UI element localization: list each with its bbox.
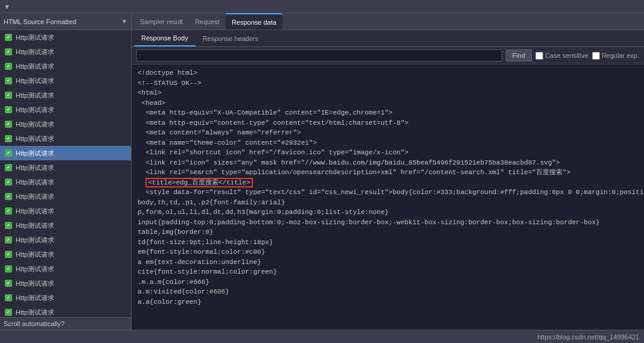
shield-check-icon xyxy=(5,106,12,113)
list-item-label: Http测试请求 xyxy=(16,308,54,317)
regex-checkbox[interactable] xyxy=(592,52,600,60)
status-bar: https://blog.csdn.net/qq_14996421 xyxy=(0,330,644,343)
list-item[interactable]: Http测试请求 xyxy=(0,218,131,233)
search-input[interactable] xyxy=(136,49,502,61)
list-item-label: Http测试请求 xyxy=(16,163,54,172)
tab-response-data[interactable]: Response data xyxy=(226,13,282,30)
shield-check-icon xyxy=(5,34,12,41)
list-item[interactable]: Http测试请求 xyxy=(0,160,131,175)
main-layout: HTML Source Formatted ▼ Http测试请求Http测试请求… xyxy=(0,13,644,330)
list-item-icon xyxy=(4,250,13,259)
tab2-response-body[interactable]: Response Body xyxy=(134,30,196,46)
list-item[interactable]: Http测试请求 xyxy=(0,204,131,218)
code-line: <meta name="theme-color" content="#2932e… xyxy=(138,138,638,148)
code-line: <link rel="icon" sizes="any" mask href="… xyxy=(138,158,638,168)
list-item[interactable]: Http测试请求 xyxy=(0,45,131,59)
case-sensitive-group: Case sensitive xyxy=(535,52,588,60)
code-line: <meta http-equiv="content-type" content=… xyxy=(138,118,638,128)
find-button[interactable]: Find xyxy=(506,49,532,61)
tab2-response-headers[interactable]: Response headers xyxy=(196,30,266,46)
regex-group: Regular exp. xyxy=(592,52,639,60)
highlighted-title-element: <title>edg_百度搜索</title> xyxy=(145,178,252,187)
left-header-title: HTML Source Formatted xyxy=(4,18,121,25)
code-line: <!doctype html> xyxy=(138,68,638,78)
list-item[interactable]: Http测试请求 xyxy=(0,131,131,146)
list-item-icon xyxy=(4,278,13,288)
list-item[interactable]: Http测试请求 xyxy=(0,59,131,74)
list-item-label: Http测试请求 xyxy=(16,207,54,216)
code-line: <link rel="search" type="application/ope… xyxy=(138,168,638,178)
list-item-label: Http测试请求 xyxy=(16,149,54,158)
list-item[interactable]: Http测试请求 xyxy=(0,146,131,160)
list-item-icon xyxy=(4,90,13,100)
left-list: Http测试请求Http测试请求Http测试请求Http测试请求Http测试请求… xyxy=(0,30,131,317)
list-item[interactable]: Http测试请求 xyxy=(0,117,131,131)
list-item-label: Http测试请求 xyxy=(16,221,54,230)
shield-check-icon xyxy=(5,135,12,142)
list-item[interactable]: Http测试请求 xyxy=(0,189,131,204)
list-item-icon xyxy=(4,61,13,71)
list-item-icon xyxy=(4,264,13,274)
list-item-icon xyxy=(4,76,13,86)
list-item[interactable]: Http测试请求 xyxy=(0,305,131,317)
shield-check-icon xyxy=(5,207,12,215)
shield-check-icon xyxy=(5,236,12,244)
list-item-label: Http测试请求 xyxy=(16,279,54,288)
code-line: a em{text-decoration:underline} xyxy=(138,257,638,268)
list-item-label: Http测试请求 xyxy=(16,77,54,86)
list-item-icon xyxy=(4,206,13,216)
shield-check-icon xyxy=(5,164,12,171)
code-line: body,th,td,.p1,.p2{font-family:arial} xyxy=(138,198,638,208)
tab-sampler-result[interactable]: Sampler result xyxy=(134,13,189,30)
shield-check-icon xyxy=(5,149,12,157)
code-line: <head> xyxy=(138,98,638,109)
dropdown-arrow-icon[interactable]: ▼ xyxy=(121,18,127,25)
list-item-icon xyxy=(4,293,13,303)
shield-check-icon xyxy=(5,48,12,55)
code-line: table,img{border:0} xyxy=(138,227,638,238)
list-item[interactable]: Http测试请求 xyxy=(0,88,131,102)
list-item-label: Http测试请求 xyxy=(16,178,54,187)
list-item[interactable]: Http测试请求 xyxy=(0,247,131,262)
shield-check-icon xyxy=(5,63,12,70)
code-line: cite{font-style:normal;color:green} xyxy=(138,267,638,277)
list-item[interactable]: Http测试请求 xyxy=(0,175,131,189)
list-item[interactable]: Http测试请求 xyxy=(0,276,131,291)
case-sensitive-checkbox[interactable] xyxy=(535,52,543,60)
code-line: td{font-size:9pt;line-height:18px} xyxy=(138,238,638,248)
left-header: HTML Source Formatted ▼ xyxy=(0,13,131,30)
shield-check-icon xyxy=(5,178,12,186)
tab-request[interactable]: Request xyxy=(189,13,226,30)
code-line: a.a{color:green} xyxy=(138,297,638,307)
list-item[interactable]: Http测试请求 xyxy=(0,262,131,276)
list-item-icon xyxy=(4,221,13,230)
shield-check-icon xyxy=(5,280,12,287)
content-area: <!doctype html><!--STATUS OK--><html> <h… xyxy=(132,65,644,330)
list-item-icon xyxy=(4,163,13,172)
list-item[interactable]: Http测试请求 xyxy=(0,233,131,247)
shield-check-icon xyxy=(5,193,12,200)
code-line: <title>edg_百度搜索</title> xyxy=(138,178,638,188)
list-item-icon xyxy=(4,177,13,187)
list-item-label: Http测试请求 xyxy=(16,33,54,42)
code-line: p,form,ol,ul,li,dl,dt,dd,h3{margin:0;pad… xyxy=(138,207,638,218)
list-item-label: Http测试请求 xyxy=(16,91,54,100)
list-item[interactable]: Http测试请求 xyxy=(0,74,131,88)
shield-check-icon xyxy=(5,309,12,316)
shield-check-icon xyxy=(5,121,12,128)
list-item[interactable]: Http测试请求 xyxy=(0,102,131,117)
right-panel: Sampler resultRequestResponse data Respo… xyxy=(132,13,644,330)
list-item-label: Http测试请求 xyxy=(16,250,54,259)
status-url: https://blog.csdn.net/qq_14996421 xyxy=(537,333,639,341)
left-panel: HTML Source Formatted ▼ Http测试请求Http测试请求… xyxy=(0,13,132,330)
shield-check-icon xyxy=(5,294,12,301)
shield-check-icon xyxy=(5,265,12,272)
shield-check-icon xyxy=(5,251,12,258)
code-line: <style data-for="result" type="text/css"… xyxy=(138,187,638,198)
tabs-row1: Sampler resultRequestResponse data xyxy=(132,13,644,30)
list-item[interactable]: Http测试请求 xyxy=(0,30,131,45)
list-item[interactable]: Http测试请求 xyxy=(0,291,131,305)
list-item-icon xyxy=(4,235,13,245)
scroll-auto-label: Scroll automatically? xyxy=(4,320,65,327)
list-item-label: Http测试请求 xyxy=(16,192,54,201)
